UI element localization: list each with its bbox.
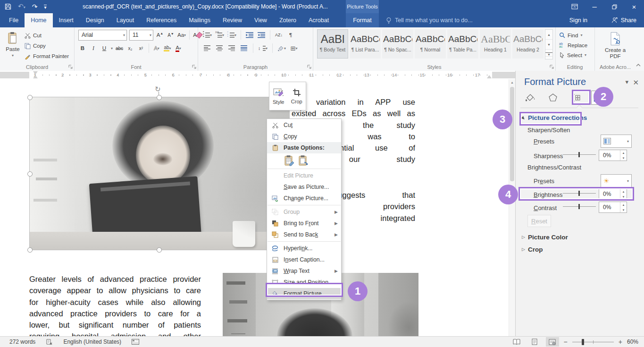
zoom-out-button[interactable]: − (564, 338, 568, 346)
highlight-button[interactable]: ab▾ (163, 43, 172, 53)
zoom-slider[interactable] (572, 337, 614, 347)
paste-dropdown-arrow[interactable]: ▾ (12, 53, 14, 58)
pane-close-icon[interactable]: ✕ (633, 78, 639, 87)
macro-recording-icon[interactable] (132, 339, 139, 345)
styles-scroll-up-icon[interactable]: ▲ (545, 30, 552, 40)
collapse-triangle-icon[interactable]: ▶ (520, 115, 526, 121)
menu-item-copy[interactable]: Copy (267, 131, 341, 142)
replace-button[interactable]: abac Replace (559, 40, 587, 50)
selected-picture[interactable] (29, 97, 290, 250)
align-right-button[interactable] (227, 43, 236, 53)
spin-down-icon[interactable]: ▼ (620, 207, 627, 212)
fill-line-tab-icon[interactable] (523, 91, 537, 104)
copy-button[interactable]: Copy (25, 41, 69, 51)
undo-icon[interactable]: ↶▾ (18, 0, 25, 14)
change-case-button[interactable]: Aa▾ (177, 30, 186, 40)
rotation-handle[interactable]: ↻ (155, 85, 161, 93)
styles-gallery-more-icon[interactable]: ▼ (545, 50, 552, 59)
spin-up-icon[interactable]: ▲ (620, 150, 627, 155)
menu-item-wrap-text[interactable]: Wrap Text ▶ (267, 265, 341, 277)
web-layout-view-icon[interactable] (546, 337, 559, 347)
style-no-spacing[interactable]: AaBbCcD ¶ No Spac... (382, 29, 413, 59)
subscript-button[interactable]: x₂ (126, 43, 134, 53)
spin-up-icon[interactable]: ▲ (620, 202, 627, 207)
style-list-paragraph[interactable]: AaBbCcD ¶ List Para... (350, 29, 381, 59)
tab-review[interactable]: Review (217, 13, 248, 27)
styles-gallery-scrollbar[interactable]: ▲ ▼ ▼ (545, 29, 553, 59)
font-dialog-launcher-icon[interactable] (192, 65, 197, 69)
numbering-button[interactable]: ▾ (215, 30, 224, 40)
style-body-text[interactable]: AaBl ¶ Body Text (317, 29, 348, 59)
menu-item-format-picture[interactable]: Format Picture... (267, 288, 341, 299)
print-layout-view-icon[interactable] (528, 337, 541, 347)
tab-view[interactable]: View (248, 13, 273, 27)
sign-in-link[interactable]: Sign in (569, 13, 587, 27)
proofing-status-icon[interactable] (46, 339, 53, 345)
first-line-indent-marker[interactable] (33, 71, 38, 75)
align-center-button[interactable] (215, 43, 224, 53)
tab-mailings[interactable]: Mailings (183, 13, 217, 27)
justify-button[interactable] (240, 43, 248, 53)
close-button[interactable]: × (624, 0, 644, 13)
create-pdf-button[interactable]: Create a PDF (602, 28, 628, 59)
scrollbar-thumb[interactable] (510, 87, 514, 181)
font-size-combo[interactable]: 11▾ (129, 30, 153, 41)
style-heading-2[interactable]: AaBbCcD Heading 2 (512, 29, 544, 59)
tab-zotero[interactable]: Zotero (273, 13, 302, 27)
slider-thumb[interactable] (578, 152, 580, 157)
section-picture-color[interactable]: Picture Color (528, 234, 568, 241)
menu-item-hyperlink[interactable]: Hyperlink... (267, 243, 341, 254)
slider-thumb[interactable] (578, 204, 580, 209)
format-painter-button[interactable]: Format Painter (25, 51, 69, 61)
align-left-button[interactable] (203, 43, 211, 53)
multilevel-list-button[interactable]: ▾ (227, 30, 236, 40)
sharpness-slider[interactable] (563, 152, 596, 157)
select-button[interactable]: Select▾ (559, 50, 587, 60)
redo-icon[interactable]: ↷ (32, 0, 38, 13)
expand-triangle-icon[interactable]: ▷ (522, 235, 525, 239)
share-button[interactable]: Share (611, 13, 636, 27)
menu-item-save-as-picture[interactable]: Save as Picture... (267, 181, 341, 193)
cut-button[interactable]: Cut (25, 30, 69, 41)
document-canvas[interactable]: ↻ nce variation in APP use existed acros… (0, 79, 515, 337)
menu-item-insert-caption[interactable]: Insert Caption... (267, 254, 341, 265)
increase-indent-button[interactable] (257, 30, 266, 40)
word-count[interactable]: 272 words (9, 339, 35, 345)
paragraph-dialog-launcher-icon[interactable] (307, 65, 312, 69)
reset-button[interactable]: Reset (527, 215, 551, 227)
tab-home[interactable]: Home (25, 13, 52, 27)
tab-design[interactable]: Design (80, 13, 110, 27)
expand-triangle-icon[interactable]: ▷ (522, 247, 525, 252)
tab-acrobat[interactable]: Acrobat (302, 13, 335, 27)
decrease-indent-button[interactable] (245, 30, 254, 40)
menu-item-cut[interactable]: Cut (267, 119, 341, 131)
resize-handle-bottom-left[interactable] (27, 247, 33, 253)
resize-handle-bottom-center[interactable] (157, 247, 162, 253)
brightness-slider[interactable] (563, 190, 596, 196)
ribbon-display-options-icon[interactable] (565, 0, 585, 13)
minimize-button[interactable]: ─ (585, 0, 604, 13)
tab-references[interactable]: References (140, 13, 183, 27)
brightness-spinbox[interactable]: 0% ▲▼ (599, 188, 627, 200)
spin-up-icon[interactable]: ▲ (620, 189, 627, 194)
spin-down-icon[interactable]: ▼ (620, 194, 627, 199)
pane-options-arrow-icon[interactable]: ▾ (625, 78, 628, 85)
menu-item-size-and-position[interactable]: Size and Position... (267, 277, 341, 288)
find-button[interactable]: Find▾ (559, 30, 587, 40)
style-normal[interactable]: AaBbCcD ¶ Normal (415, 29, 446, 59)
tab-insert[interactable]: Insert (53, 13, 80, 27)
paste-keep-source-formatting-icon[interactable] (284, 155, 294, 166)
tab-layout[interactable]: Layout (110, 13, 141, 27)
qat-customize-icon[interactable]: ▾ (44, 5, 46, 10)
resize-handle-middle-left[interactable] (27, 171, 33, 177)
contrast-spinbox[interactable]: 0% ▲▼ (599, 202, 627, 213)
strikethrough-button[interactable]: abc (115, 43, 124, 53)
bullets-button[interactable]: ▾ (203, 30, 212, 40)
zoom-level[interactable]: 60% (627, 339, 638, 345)
style-button[interactable]: Style (269, 82, 288, 110)
menu-item-change-picture[interactable]: Change Picture... (267, 193, 341, 204)
section-crop[interactable]: Crop (528, 246, 543, 253)
style-heading-1[interactable]: AaBbC Heading 1 (480, 29, 511, 59)
style-table-paragraph[interactable]: AaBbCcD ¶ Table Pa... (447, 29, 478, 59)
underline-dropdown-arrow[interactable]: ▾ (111, 46, 113, 51)
